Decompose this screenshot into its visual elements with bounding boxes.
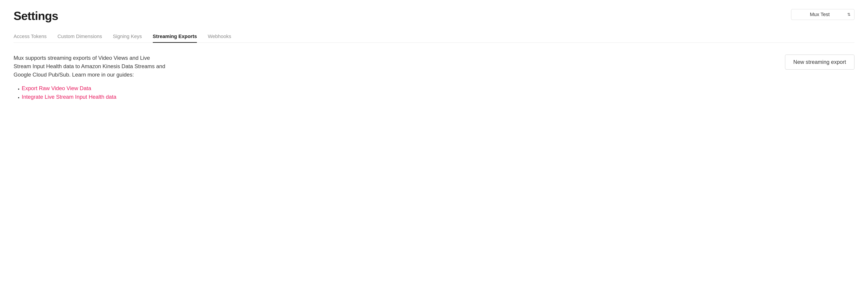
- page-title: Settings: [13, 9, 58, 23]
- workspace-selector[interactable]: Mux Test ⇅: [791, 9, 855, 20]
- settings-tabs: Access Tokens Custom Dimensions Signing …: [13, 31, 855, 43]
- content-section: Mux supports streaming exports of Video …: [13, 54, 855, 103]
- export-raw-video-link[interactable]: Export Raw Video View Data: [22, 85, 91, 91]
- tab-custom-dimensions[interactable]: Custom Dimensions: [57, 31, 102, 43]
- description-block: Mux supports streaming exports of Video …: [13, 54, 167, 103]
- workspace-name: Mux Test: [795, 11, 844, 18]
- chevron-updown-icon: ⇅: [847, 12, 850, 17]
- tab-signing-keys[interactable]: Signing Keys: [113, 31, 142, 43]
- new-streaming-export-button[interactable]: New streaming export: [785, 55, 855, 70]
- description-text: Mux supports streaming exports of Video …: [13, 54, 167, 79]
- guide-link-item-1: Export Raw Video View Data: [22, 85, 167, 91]
- tab-access-tokens[interactable]: Access Tokens: [13, 31, 46, 43]
- page-header: Settings Mux Test ⇅: [13, 9, 855, 23]
- integrate-live-stream-link[interactable]: Integrate Live Stream Input Health data: [22, 94, 116, 100]
- guide-link-item-2: Integrate Live Stream Input Health data: [22, 94, 167, 100]
- tab-streaming-exports[interactable]: Streaming Exports: [153, 31, 197, 43]
- tab-webhooks[interactable]: Webhooks: [208, 31, 231, 43]
- guide-links-list: Export Raw Video View Data Integrate Liv…: [13, 85, 167, 100]
